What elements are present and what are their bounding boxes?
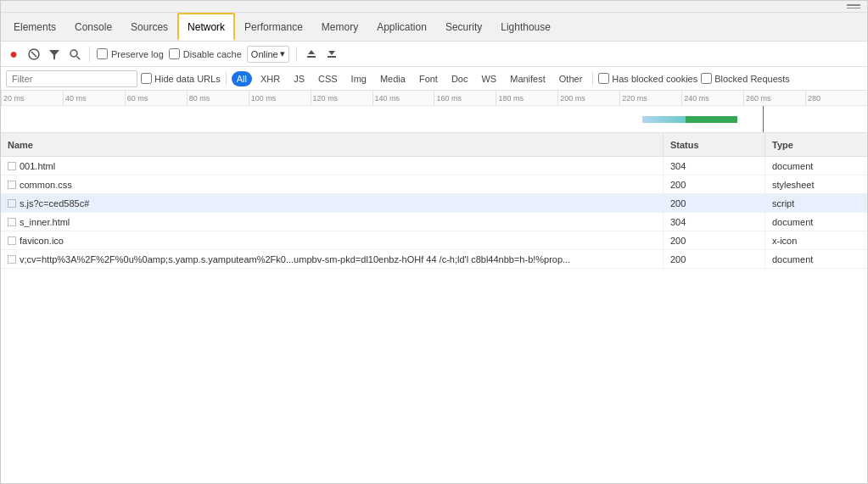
ruler-tick: 40 ms (63, 91, 125, 105)
row-type: document (765, 250, 867, 268)
row-type: stylesheet (765, 175, 867, 193)
table-header: Name Status Type (1, 133, 867, 157)
table-row[interactable]: common.css200stylesheet (1, 175, 867, 194)
ruler-tick: 80 ms (187, 91, 249, 105)
table-row[interactable]: favicon.ico200x-icon (1, 231, 867, 250)
tab-sources[interactable]: Sources (121, 13, 177, 41)
ruler-tick: 220 ms (619, 91, 681, 105)
row-status: 200 (664, 231, 765, 249)
svg-rect-5 (307, 56, 316, 58)
tab-application[interactable]: Application (367, 13, 436, 41)
svg-line-4 (77, 56, 81, 59)
svg-marker-8 (328, 51, 335, 55)
row-name: 001.html (20, 161, 55, 171)
tab-network[interactable]: Network (177, 13, 235, 41)
tab-memory[interactable]: Memory (312, 13, 367, 41)
network-toolbar: ● Preserve log Disable (1, 42, 867, 67)
requests-table: Name Status Type 001.html304documentcomm… (1, 133, 867, 484)
table-row[interactable]: s.js?c=ced585c#200script (1, 194, 867, 213)
toolbar-divider-2 (296, 47, 297, 62)
tab-bar: ElementsConsoleSourcesNetworkPerformance… (1, 13, 867, 42)
filter-type-doc[interactable]: Doc (446, 71, 473, 86)
filter-type-font[interactable]: Font (414, 71, 443, 86)
chevron-down-icon: ▾ (280, 48, 285, 59)
ruler-tick: 140 ms (372, 91, 434, 105)
row-checkbox (8, 162, 16, 170)
timeline-ruler: 20 ms40 ms60 ms80 ms100 ms120 ms140 ms16… (1, 91, 867, 106)
record-button[interactable]: ● (6, 47, 21, 62)
search-button[interactable] (67, 47, 82, 62)
svg-point-3 (70, 50, 77, 57)
header-name[interactable]: Name (1, 133, 664, 156)
ruler-tick: 200 ms (557, 91, 619, 105)
row-name: common.css (20, 180, 72, 190)
ruler-tick: 20 ms (1, 91, 63, 105)
svg-rect-7 (328, 56, 336, 58)
timeline-bar-green (686, 116, 737, 123)
timeline-content (1, 106, 867, 133)
row-status: 200 (664, 250, 765, 268)
filter-type-all[interactable]: All (232, 71, 252, 86)
ruler-tick: 240 ms (681, 91, 743, 105)
filter-type-js[interactable]: JS (288, 71, 310, 86)
row-type: document (765, 213, 867, 231)
filter-type-xhr[interactable]: XHR (255, 71, 285, 86)
blocked-requests-checkbox[interactable]: Blocked Requests (701, 73, 790, 84)
row-name-cell: 001.html (1, 157, 664, 175)
devtools-panel: ● Preserve log Disable (1, 42, 867, 484)
row-checkbox (8, 199, 16, 208)
row-name: favicon.ico (20, 236, 64, 246)
row-name-cell: v;cv=http%3A%2F%2F%0u%0amp;s.yamp.s.yamp… (1, 250, 664, 268)
ruler-tick: 180 ms (496, 91, 557, 105)
drag-bar (1, 1, 867, 13)
throttle-select[interactable]: Online ▾ (247, 46, 289, 63)
export-har-button[interactable] (324, 47, 339, 62)
filter-type-manifest[interactable]: Manifest (505, 71, 551, 86)
import-har-button[interactable] (304, 47, 319, 62)
header-type[interactable]: Type (765, 133, 867, 156)
timeline-area: 20 ms40 ms60 ms80 ms100 ms120 ms140 ms16… (1, 91, 867, 133)
filter-button[interactable] (47, 47, 62, 62)
ruler-tick: 280 (805, 91, 867, 105)
table-row[interactable]: s_inner.html304document (1, 213, 867, 231)
tab-lighthouse[interactable]: Lighthouse (491, 13, 560, 41)
filter-type-other[interactable]: Other (554, 71, 588, 86)
ruler-tick: 60 ms (125, 91, 187, 105)
clear-button[interactable] (26, 47, 42, 62)
row-name-cell: s.js?c=ced585c# (1, 194, 664, 212)
row-name: s.js?c=ced585c# (20, 198, 89, 209)
svg-marker-6 (308, 50, 315, 54)
filter-type-css[interactable]: CSS (313, 71, 343, 86)
hide-data-urls-checkbox[interactable]: Hide data URLs (141, 73, 221, 84)
ruler-tick: 120 ms (311, 91, 372, 105)
row-type: document (765, 157, 867, 175)
filter-input[interactable] (6, 70, 137, 87)
resize-handle[interactable] (847, 4, 860, 8)
filter-type-ws[interactable]: WS (476, 71, 501, 86)
has-blocked-cookies-checkbox[interactable]: Has blocked cookies (598, 73, 697, 84)
preserve-log-checkbox[interactable]: Preserve log (97, 48, 164, 59)
row-checkbox (8, 181, 16, 189)
row-status: 304 (664, 157, 765, 175)
table-body: 001.html304documentcommon.css200styleshe… (1, 157, 867, 269)
row-name: v;cv=http%3A%2F%2F%0u%0amp;s.yamp.s.yamp… (20, 254, 570, 264)
tab-elements[interactable]: Elements (4, 13, 65, 41)
tab-console[interactable]: Console (65, 13, 121, 41)
tab-performance[interactable]: Performance (235, 13, 312, 41)
table-row[interactable]: v;cv=http%3A%2F%2F%0u%0amp;s.yamp.s.yamp… (1, 250, 867, 269)
filter-type-img[interactable]: Img (346, 71, 372, 86)
disable-cache-checkbox[interactable]: Disable cache (169, 48, 242, 59)
filter-type-media[interactable]: Media (375, 71, 411, 86)
row-status: 304 (664, 213, 765, 231)
tab-security[interactable]: Security (436, 13, 491, 41)
table-row[interactable]: 001.html304document (1, 157, 867, 175)
timeline-cursor-line (763, 106, 764, 133)
row-status: 200 (664, 175, 765, 193)
row-name-cell: common.css (1, 175, 664, 193)
header-status[interactable]: Status (664, 133, 765, 156)
row-name-cell: favicon.ico (1, 231, 664, 249)
row-type: script (765, 194, 867, 212)
row-name-cell: s_inner.html (1, 213, 664, 231)
ruler-tick: 260 ms (743, 91, 805, 105)
toolbar-divider-1 (89, 47, 90, 62)
